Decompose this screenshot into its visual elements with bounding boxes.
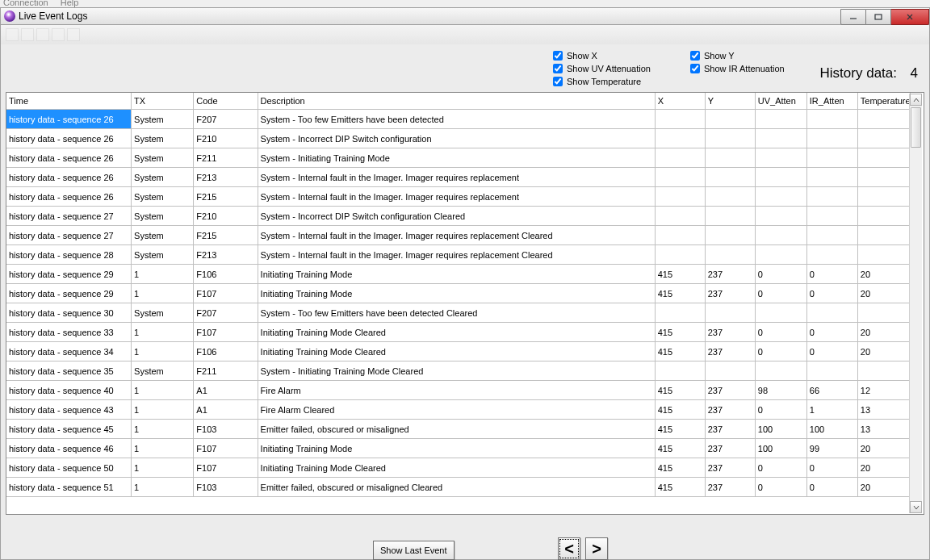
cell-ir[interactable] (806, 245, 857, 265)
cell-time[interactable]: history data - sequence 26 (6, 129, 132, 148)
col-header-code[interactable]: Code (194, 93, 258, 110)
cell-uv[interactable] (755, 187, 806, 207)
cell-x[interactable]: 415 (655, 265, 705, 284)
cell-time[interactable]: history data - sequence 46 (6, 439, 132, 458)
cell-ir[interactable]: 0 (806, 458, 857, 478)
cell-y[interactable]: 237 (705, 458, 755, 478)
cell-x[interactable]: 415 (655, 381, 705, 400)
cell-uv[interactable] (755, 245, 806, 265)
show-ir-checkbox[interactable]: Show IR Attenuation (690, 64, 836, 73)
cell-desc[interactable]: Emitter failed, obscured or misaligned C… (258, 478, 655, 497)
table-row[interactable]: history data - sequence 291F107Initiatin… (6, 284, 911, 303)
cell-y[interactable]: 237 (705, 323, 755, 342)
cell-time[interactable]: history data - sequence 33 (6, 323, 132, 342)
cell-temp[interactable] (857, 361, 910, 381)
cell-y[interactable]: 237 (705, 284, 755, 303)
cell-x[interactable]: 415 (655, 478, 705, 497)
cell-desc[interactable]: Initiating Training Mode Cleared (258, 458, 655, 478)
cell-uv[interactable] (755, 226, 806, 245)
show-x-checkbox[interactable]: Show X (553, 51, 690, 61)
cell-x[interactable]: 415 (655, 284, 705, 303)
cell-x[interactable] (655, 207, 705, 226)
cell-uv[interactable]: 0 (755, 400, 806, 420)
cell-ir[interactable]: 0 (806, 265, 857, 284)
cell-tx[interactable]: 1 (132, 284, 194, 303)
cell-time[interactable]: history data - sequence 29 (6, 284, 132, 303)
cell-code[interactable]: F213 (194, 245, 258, 265)
cell-uv[interactable]: 98 (755, 381, 806, 400)
cell-desc[interactable]: System - Too few Emitters have been dete… (258, 110, 655, 129)
toolbar-icon[interactable] (36, 28, 49, 41)
cell-tx[interactable]: 1 (132, 458, 194, 478)
cell-desc[interactable]: System - Internal fault in the Imager. I… (258, 226, 655, 245)
cell-ir[interactable] (806, 148, 857, 168)
event-log-table[interactable]: Time TX Code Description X Y UV_Atten IR… (6, 93, 911, 497)
cell-x[interactable]: 415 (655, 342, 705, 361)
cell-temp[interactable]: 13 (857, 420, 910, 439)
cell-code[interactable]: F210 (194, 207, 258, 226)
cell-y[interactable] (705, 207, 755, 226)
table-row[interactable]: history data - sequence 35SystemF211Syst… (6, 361, 911, 381)
cell-y[interactable]: 237 (705, 265, 755, 284)
cell-time[interactable]: history data - sequence 27 (6, 226, 132, 245)
cell-x[interactable] (655, 303, 705, 323)
cell-tx[interactable]: System (132, 129, 194, 148)
table-row[interactable]: history data - sequence 26SystemF207Syst… (6, 110, 911, 129)
cell-tx[interactable]: 1 (132, 323, 194, 342)
show-temp-checkbox[interactable]: Show Temperature (553, 77, 690, 86)
col-header-uv-atten[interactable]: UV_Atten (755, 93, 806, 110)
table-row[interactable]: history data - sequence 291F106Initiatin… (6, 265, 911, 284)
cell-desc[interactable]: System - Initiating Training Mode Cleare… (258, 361, 655, 381)
title-bar[interactable]: Live Event Logs (0, 7, 930, 25)
cell-code[interactable]: F215 (194, 226, 258, 245)
cell-time[interactable]: history data - sequence 26 (6, 148, 132, 168)
cell-uv[interactable] (755, 207, 806, 226)
cell-y[interactable]: 237 (705, 439, 755, 458)
table-row[interactable]: history data - sequence 26SystemF213Syst… (6, 168, 911, 187)
toolbar-icon[interactable] (67, 28, 80, 41)
cell-code[interactable]: F107 (194, 439, 258, 458)
cell-code[interactable]: F213 (194, 168, 258, 187)
cell-time[interactable]: history data - sequence 28 (6, 245, 132, 265)
cell-y[interactable]: 237 (705, 381, 755, 400)
toolbar-icon[interactable] (6, 28, 19, 41)
table-row[interactable]: history data - sequence 26SystemF210Syst… (6, 129, 911, 148)
cell-uv[interactable] (755, 129, 806, 148)
cell-code[interactable]: A1 (194, 400, 258, 420)
cell-desc[interactable]: Fire Alarm Cleared (258, 400, 655, 420)
cell-ir[interactable] (806, 207, 857, 226)
menu-connection[interactable]: Connection (3, 0, 48, 7)
cell-code[interactable]: F103 (194, 420, 258, 439)
table-row[interactable]: history data - sequence 27SystemF210Syst… (6, 207, 911, 226)
cell-uv[interactable] (755, 110, 806, 129)
cell-desc[interactable]: Initiating Training Mode (258, 284, 655, 303)
cell-ir[interactable]: 1 (806, 400, 857, 420)
cell-uv[interactable] (755, 303, 806, 323)
cell-ir[interactable] (806, 226, 857, 245)
table-row[interactable]: history data - sequence 451F103Emitter f… (6, 420, 911, 439)
cell-x[interactable] (655, 110, 705, 129)
cell-code[interactable]: F107 (194, 458, 258, 478)
cell-ir[interactable] (806, 361, 857, 381)
cell-code[interactable]: F210 (194, 129, 258, 148)
cell-temp[interactable]: 20 (857, 478, 910, 497)
cell-time[interactable]: history data - sequence 43 (6, 400, 132, 420)
cell-code[interactable]: F107 (194, 284, 258, 303)
cell-tx[interactable]: System (132, 245, 194, 265)
cell-temp[interactable]: 12 (857, 381, 910, 400)
table-row[interactable]: history data - sequence 341F106Initiatin… (6, 342, 911, 361)
cell-tx[interactable]: System (132, 207, 194, 226)
show-uv-checkbox[interactable]: Show UV Attenuation (553, 64, 690, 73)
cell-ir[interactable] (806, 168, 857, 187)
cell-y[interactable] (705, 303, 755, 323)
cell-y[interactable] (705, 129, 755, 148)
cell-x[interactable]: 415 (655, 400, 705, 420)
cell-desc[interactable]: System - Too few Emitters have been dete… (258, 303, 655, 323)
cell-uv[interactable]: 0 (755, 478, 806, 497)
cell-temp[interactable] (857, 129, 910, 148)
cell-desc[interactable]: System - Internal fault in the Imager. I… (258, 168, 655, 187)
cell-x[interactable] (655, 226, 705, 245)
close-button[interactable] (891, 9, 929, 25)
cell-y[interactable] (705, 361, 755, 381)
cell-temp[interactable]: 13 (857, 400, 910, 420)
